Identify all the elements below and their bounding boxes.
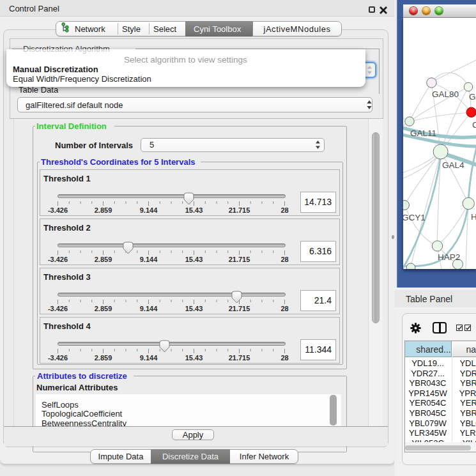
svg-text:GAL4: GAL4 — [442, 160, 464, 170]
svg-text:H: H — [471, 212, 476, 222]
svg-text:GAL80: GAL80 — [432, 89, 459, 99]
svg-text:GCY1: GCY1 — [403, 213, 426, 222]
svg-text:GA: GA — [469, 92, 476, 102]
svg-text:HAP2: HAP2 — [438, 252, 460, 262]
svg-text:GAL11: GAL11 — [410, 128, 436, 138]
svg-text:C: C — [472, 120, 476, 130]
